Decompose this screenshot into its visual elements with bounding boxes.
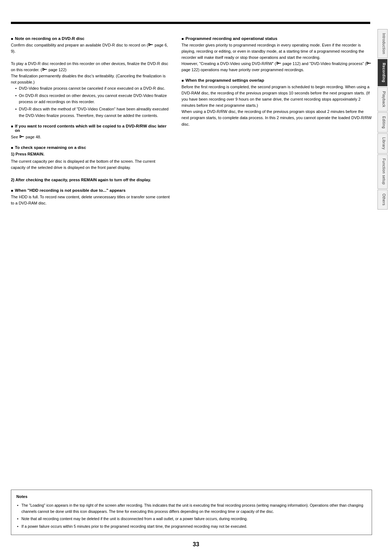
section-settings-overlap-title: When the programmed settings overlap	[181, 78, 372, 82]
list-item: DVD-Video finalize process cannot be can…	[15, 85, 171, 92]
notes-item-2: Note that all recording content may be d…	[16, 516, 367, 522]
svg-marker-0	[149, 44, 151, 46]
list-item: DVD-R discs with the method of "DVD-Vide…	[15, 106, 171, 118]
step-2-label: 2) After checking the capacity, press RE…	[11, 177, 171, 183]
step-1-label: 1) Press REMAIN.	[11, 151, 171, 157]
notes-box: Notes The "Loading" icon appears in the …	[11, 490, 372, 535]
section-programmed-recording: Programmed recording and operational sta…	[181, 36, 372, 73]
section-programmed-recording-body: The recorder gives priority to programme…	[181, 42, 372, 73]
left-column: Note on recording on a DVD-R disc Confir…	[11, 36, 171, 211]
tab-function-setup[interactable]: Function setup	[377, 154, 388, 189]
section-note-dvdr-body: Confirm disc compatibility and prepare a…	[11, 42, 171, 119]
svg-marker-8	[367, 62, 369, 64]
section-note-dvdr-title: Note on recording on a DVD-R disc	[11, 36, 171, 41]
tab-recording[interactable]: Recording	[377, 59, 388, 86]
notes-title: Notes	[16, 494, 367, 500]
page-ref-arrow-icon-5	[366, 61, 371, 64]
page-ref-arrow-icon	[148, 42, 153, 46]
svg-marker-6	[277, 62, 279, 64]
section-check-space-title: To check space remaining on a disc	[11, 145, 171, 150]
section-hdd-not-possible-body: The HDD is full. To record new content, …	[11, 194, 171, 206]
top-divider-bar	[11, 22, 370, 24]
section-check-space: To check space remaining on a disc 1) Pr…	[11, 145, 171, 183]
right-column: Programmed recording and operational sta…	[181, 36, 372, 211]
tab-introduction[interactable]: Introduction	[377, 29, 388, 58]
section-settings-overlap: When the programmed settings overlap Bef…	[181, 78, 372, 127]
tab-others[interactable]: Others	[377, 190, 388, 210]
section-if-you-want: If you want to record contents which wil…	[11, 124, 171, 140]
section-programmed-recording-title: Programmed recording and operational sta…	[181, 36, 372, 41]
tab-library[interactable]: Library	[377, 133, 388, 154]
section-check-space-body: 1) Press REMAIN. The current capacity pe…	[11, 151, 171, 183]
notes-body: The "Loading" icon appears in the top ri…	[16, 502, 367, 530]
side-tab-list: Introduction Recording Playback Editing …	[377, 29, 392, 210]
section-note-dvdr: Note on recording on a DVD-R disc Confir…	[11, 36, 171, 119]
section-hdd-not-possible: When "HDD recording is not possible due …	[11, 188, 171, 206]
list-item: On DVD-R discs recorded on other devices…	[15, 93, 171, 105]
page-number: 33	[193, 541, 199, 548]
notes-item-3: If a power failure occurs within 5 minut…	[16, 523, 367, 530]
notes-item-1: The "Loading" icon appears in the top ri…	[16, 502, 367, 515]
page-ref-arrow-icon-3	[19, 134, 24, 138]
page-ref-arrow-icon-2	[42, 67, 47, 70]
section-if-you-want-title: If you want to record contents which wil…	[11, 124, 171, 133]
tab-editing[interactable]: Editing	[377, 112, 388, 133]
svg-marker-2	[43, 68, 45, 70]
section-hdd-not-possible-title: When "HDD recording is not possible due …	[11, 188, 171, 193]
svg-marker-4	[20, 135, 22, 138]
page-ref-arrow-icon-4	[276, 61, 281, 64]
section-settings-overlap-body: Before the first recording is completed,…	[181, 84, 372, 127]
section-if-you-want-body: See page 48.	[11, 134, 171, 140]
tab-playback[interactable]: Playback	[377, 87, 388, 112]
main-content-area: Note on recording on a DVD-R disc Confir…	[11, 29, 372, 519]
